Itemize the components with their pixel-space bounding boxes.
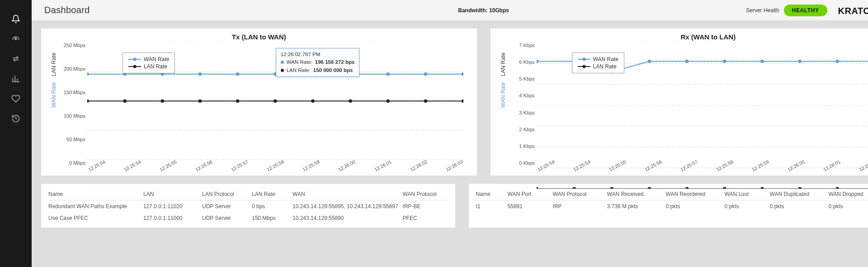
cell: PFEC — [403, 215, 448, 221]
legend-lan: LAN Rate — [128, 63, 169, 70]
cell: 127.0.0.1:11020 — [143, 203, 198, 210]
nav-stats[interactable] — [0, 69, 32, 89]
table-row[interactable]: t155891IRP3.736 M pkts0 pkts0 pkts0 pkts… — [476, 200, 868, 212]
chart-tooltip: 12:26:02.787 PM WAN Rate: 196 156 272 bp… — [276, 48, 360, 77]
cell: 0 pkts — [725, 203, 765, 210]
col-header[interactable]: WAN Protocol — [403, 191, 448, 197]
col-header[interactable]: WAN Reordered — [666, 191, 720, 197]
svg-point-19 — [161, 99, 165, 103]
legend-marker-lan-icon — [578, 66, 590, 67]
col-header[interactable]: LAN — [143, 191, 198, 197]
nav-health[interactable] — [0, 89, 32, 109]
col-header[interactable]: LAN Protocol — [202, 191, 247, 197]
nav-history[interactable] — [0, 109, 32, 129]
legend-marker-wan-icon — [128, 59, 141, 60]
col-header[interactable]: WAN Dropped — [829, 191, 868, 197]
cell: 0 pkts — [770, 203, 824, 210]
legend-lan: LAN Rate — [578, 63, 618, 70]
heart-pulse-icon — [11, 94, 20, 103]
svg-point-23 — [311, 99, 315, 103]
cell: 127.0.0.1:11000 — [143, 215, 198, 221]
tooltip-timestamp: 12:26:02.787 PM — [281, 51, 355, 58]
col-header[interactable]: WAN Duplicated — [770, 191, 824, 197]
svg-point-15 — [424, 72, 428, 76]
legend-wan: WAN Rate — [578, 56, 618, 63]
cell: 10.243.14.129:55890 — [292, 215, 398, 221]
svg-point-22 — [274, 99, 277, 103]
arrows-horizontal-icon — [11, 54, 20, 63]
legend-marker-wan-icon — [578, 59, 590, 60]
y-axis-wan-label: WAN Rate — [51, 82, 57, 108]
svg-point-25 — [386, 99, 390, 103]
svg-point-21 — [236, 99, 240, 103]
svg-point-17 — [87, 99, 89, 103]
svg-point-51 — [685, 187, 689, 189]
health-badge[interactable]: HEALTHY — [784, 5, 827, 16]
cell: 3.736 M pkts — [607, 203, 661, 210]
svg-point-40 — [685, 60, 689, 63]
cell: IRP-BE — [403, 203, 448, 210]
tx-table: NameLANLAN ProtocolLAN RateWANWAN Protoc… — [41, 183, 456, 228]
y-axis-lan-label: LAN Rate — [51, 52, 57, 76]
cell: 150 Mbps — [252, 215, 288, 221]
svg-point-54 — [798, 187, 802, 189]
chart-rx-legend: WAN Rate LAN Rate — [572, 52, 624, 73]
nav-dashboard[interactable] — [0, 29, 32, 49]
table-header: NameLANLAN ProtocolLAN RateWANWAN Protoc… — [48, 188, 448, 200]
col-header[interactable]: WAN Lost — [725, 191, 765, 197]
svg-point-14 — [386, 72, 390, 76]
chart-tx-panel: Tx (LAN to WAN) WAN Rate LAN Rate 250 Mb… — [41, 28, 477, 176]
brand-main: KRATOS — [838, 6, 868, 16]
legend-marker-lan-icon — [128, 66, 141, 67]
bar-chart-icon — [11, 74, 20, 83]
svg-point-53 — [760, 187, 764, 189]
col-header[interactable]: Name — [48, 191, 139, 197]
svg-point-24 — [349, 99, 352, 103]
svg-point-39 — [647, 60, 651, 63]
svg-point-36 — [537, 60, 538, 63]
table-header: NameWAN PortWAN ProtocolWAN ReceivedWAN … — [476, 188, 868, 200]
server-health-label: Server Health — [746, 7, 779, 14]
y-axis-wan-label: WAN Rate — [500, 82, 506, 108]
page-title: Dashboard — [44, 5, 90, 15]
tooltip-row-lan: LAN Rate: 150 000 000 bps — [281, 67, 355, 74]
rx-table: NameWAN PortWAN ProtocolWAN ReceivedWAN … — [468, 183, 868, 228]
svg-point-18 — [123, 99, 127, 103]
col-header[interactable]: Name — [476, 191, 503, 197]
nav-transfers[interactable] — [0, 49, 32, 69]
cell: IRP — [553, 203, 603, 210]
svg-point-9 — [198, 72, 202, 76]
page-header: Dashboard Bandwidth: 10Gbps Server Healt… — [32, 0, 868, 21]
svg-point-27 — [462, 99, 463, 103]
cell: 0 bps — [252, 203, 288, 210]
table-row[interactable]: Redundant WAN Paths Example127.0.0.1:110… — [48, 200, 448, 212]
nav-alerts[interactable] — [0, 9, 32, 29]
brand-logo: KRATOS DataDefender — [838, 4, 868, 16]
svg-point-55 — [835, 187, 839, 189]
y-ticks-rx: 7 Kbps 6 Kbps 5 Kbps 4 Kbps 3 Kbps 2 Kbp… — [509, 43, 535, 166]
gauge-icon — [11, 34, 20, 43]
bell-icon — [11, 14, 20, 24]
y-axis-lan-label: LAN Rate — [500, 52, 506, 76]
col-header[interactable]: WAN — [292, 191, 398, 197]
svg-point-41 — [723, 60, 726, 63]
dot-icon — [281, 69, 284, 72]
col-header[interactable]: WAN Port — [508, 191, 548, 197]
svg-point-10 — [236, 72, 240, 76]
col-header[interactable]: WAN Protocol — [553, 191, 603, 197]
svg-point-43 — [798, 60, 802, 63]
chart-tx-legend: WAN Rate LAN Rate — [123, 52, 175, 73]
tooltip-row-wan: WAN Rate: 196 156 272 bps — [281, 58, 355, 66]
svg-point-20 — [198, 99, 202, 103]
svg-point-16 — [462, 72, 463, 76]
svg-point-6 — [87, 72, 89, 76]
svg-point-49 — [610, 187, 613, 189]
cell: t1 — [476, 203, 503, 210]
cell: Use Case PFEC — [48, 215, 139, 221]
cell: UDP Server — [202, 215, 247, 221]
svg-point-52 — [723, 187, 726, 189]
col-header[interactable]: LAN Rate — [252, 191, 288, 197]
table-row[interactable]: Use Case PFEC127.0.0.1:11000UDP Server15… — [48, 212, 448, 224]
col-header[interactable]: WAN Received — [607, 191, 661, 197]
svg-point-26 — [424, 99, 428, 103]
